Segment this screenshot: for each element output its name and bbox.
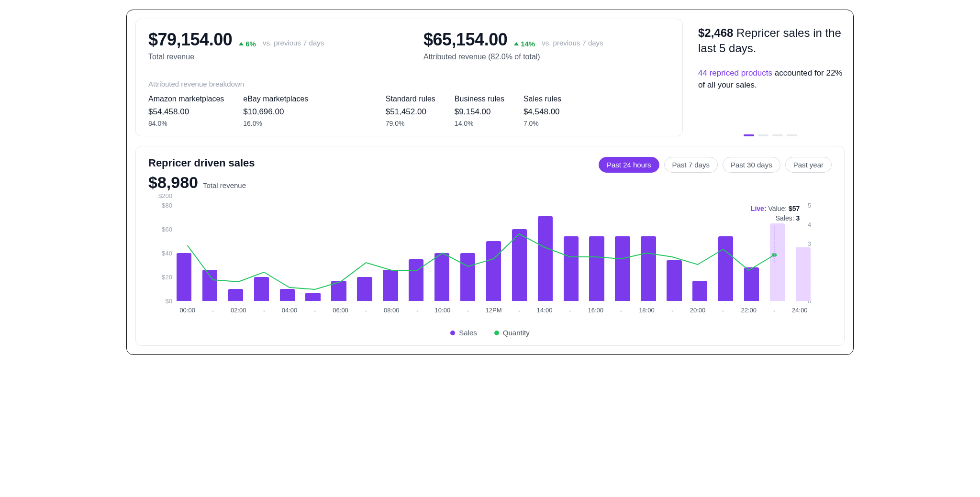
breakdown-title: Attributed revenue breakdown	[148, 80, 670, 88]
top-row: $79,154.00 6% vs. previous 7 days Total …	[135, 19, 845, 136]
x-tick: 14:00	[537, 307, 553, 314]
breakdown-label: Standard rules	[386, 95, 435, 103]
carousel-dot[interactable]	[787, 134, 797, 136]
legend-quantity: Quantity	[494, 329, 530, 337]
breakdown-col: Business rules $9,154.00 14.0%	[455, 95, 504, 127]
breakdown-value: $10,696.00	[243, 107, 308, 117]
breakdown-value: $4,548.00	[523, 107, 561, 117]
x-tick: 20:00	[690, 307, 706, 314]
x-minor-tick	[263, 310, 265, 312]
x-axis: 00:0002:0004:0006:0008:0010:0012PM14:001…	[175, 307, 813, 316]
total-revenue-label: Total revenue	[148, 53, 395, 61]
attributed-revenue-value: $65,154.00	[423, 30, 507, 50]
breakdown-pct: 16.0%	[243, 120, 308, 127]
quantity-line	[175, 205, 813, 301]
total-revenue-compare: vs. previous 7 days	[263, 39, 324, 47]
y-axis-left: $0$20$40$60$80$200	[148, 205, 172, 301]
range-pill[interactable]: Past year	[785, 157, 832, 173]
x-minor-tick	[212, 310, 213, 312]
x-tick: 00:00	[179, 307, 195, 314]
revenue-header: $79,154.00 6% vs. previous 7 days Total …	[148, 30, 670, 70]
chart-revenue: $8,980	[148, 173, 198, 192]
y-left-tick: $0	[166, 298, 172, 305]
chart-header: Repricer driven sales $8,980 Total reven…	[148, 157, 832, 192]
up-triangle-icon	[239, 42, 244, 45]
breakdown-label: Amazon marketplaces	[148, 95, 224, 103]
y-left-tick: $60	[162, 226, 172, 233]
breakdown-col: Sales rules $4,548.00 7.0%	[523, 95, 561, 127]
sales-chart-card: Repricer driven sales $8,980 Total reven…	[135, 146, 845, 346]
range-pill[interactable]: Past 30 days	[723, 157, 780, 173]
breakdown-col: eBay marketplaces $10,696.00 16.0%	[243, 95, 308, 127]
y-left-tick: $200	[158, 192, 172, 199]
x-tick: 16:00	[588, 307, 603, 314]
breakdown-value: $54,458.00	[148, 107, 224, 117]
x-minor-tick	[314, 310, 316, 312]
attributed-revenue-compare: vs. previous 7 days	[542, 39, 603, 47]
attributed-revenue-block: $65,154.00 14% vs. previous 7 days Attri…	[423, 30, 670, 61]
breakdown-label: eBay marketplaces	[243, 95, 308, 103]
range-pill[interactable]: Past 24 hours	[599, 157, 659, 173]
carousel-dots	[698, 120, 843, 136]
range-pill[interactable]: Past 7 days	[664, 157, 718, 173]
legend-swatch-icon	[494, 331, 499, 335]
divider	[148, 72, 670, 72]
x-tick: 04:00	[282, 307, 298, 314]
y-left-tick: $40	[162, 250, 172, 257]
breakdown-pct: 84.0%	[148, 120, 224, 127]
plot-area: Live: Value: $57 Sales: 3	[175, 205, 813, 301]
up-triangle-icon	[514, 42, 519, 45]
x-minor-tick	[365, 310, 367, 312]
x-minor-tick	[621, 310, 622, 312]
y-left-tick: $80	[162, 202, 172, 209]
breakdown-value: $9,154.00	[455, 107, 504, 117]
total-revenue-value: $79,154.00	[148, 30, 232, 50]
total-revenue-delta: 6%	[239, 40, 256, 48]
legend-swatch-icon	[450, 331, 455, 335]
x-tick: 10:00	[435, 307, 451, 314]
x-tick: 02:00	[231, 307, 246, 314]
insight-panel: $2,468 Repricer sales in the last 5 days…	[696, 19, 845, 136]
breakdown-pct: 79.0%	[386, 120, 435, 127]
chart-legend: Sales Quantity	[148, 329, 832, 337]
breakdown-rules: Standard rules $51,452.00 79.0%Business …	[376, 95, 670, 127]
x-minor-tick	[468, 310, 469, 312]
x-tick: 18:00	[639, 307, 655, 314]
breakdown-label: Sales rules	[523, 95, 561, 103]
breakdown-pct: 7.0%	[523, 120, 561, 127]
dashboard-page: $79,154.00 6% vs. previous 7 days Total …	[126, 10, 854, 355]
carousel-dot[interactable]	[758, 134, 768, 136]
live-marker	[774, 226, 775, 263]
breakdown-col: Amazon marketplaces $54,458.00 84.0%	[148, 95, 224, 127]
carousel-dot[interactable]	[772, 134, 783, 136]
repriced-products-link[interactable]: 44 repriced products	[698, 68, 772, 77]
x-minor-tick	[518, 310, 520, 312]
breakdown-pct: 14.0%	[455, 120, 504, 127]
breakdown-marketplaces: Amazon marketplaces $54,458.00 84.0%eBay…	[148, 95, 368, 127]
revenue-card: $79,154.00 6% vs. previous 7 days Total …	[135, 19, 683, 136]
x-tick: 06:00	[333, 307, 348, 314]
x-tick: 08:00	[384, 307, 400, 314]
x-tick: 12PM	[486, 307, 502, 314]
insight-body: 44 repriced products accounted for 22% o…	[698, 67, 843, 91]
breakdown-col: Standard rules $51,452.00 79.0%	[386, 95, 435, 127]
x-minor-tick	[671, 310, 673, 312]
x-tick: 22:00	[741, 307, 757, 314]
range-pills: Past 24 hoursPast 7 daysPast 30 daysPast…	[599, 157, 832, 173]
attributed-revenue-label: Attributed revenue (82.0% of total)	[423, 53, 670, 61]
x-minor-tick	[416, 310, 418, 312]
chart-title-block: Repricer driven sales $8,980 Total reven…	[148, 157, 255, 192]
chart-revenue-label: Total revenue	[203, 181, 246, 189]
chart-title: Repricer driven sales	[148, 157, 255, 169]
total-revenue-block: $79,154.00 6% vs. previous 7 days Total …	[148, 30, 395, 61]
x-minor-tick	[569, 310, 571, 312]
x-tick: 24:00	[792, 307, 808, 314]
breakdown-label: Business rules	[455, 95, 504, 103]
carousel-dot[interactable]	[744, 134, 754, 136]
chart-area: $0$20$40$60$80$200 012345 Live: Value: $…	[148, 205, 832, 325]
legend-sales: Sales	[450, 329, 477, 337]
insight-headline: $2,468 Repricer sales in the last 5 days…	[698, 25, 843, 56]
x-minor-tick	[723, 310, 724, 312]
x-minor-tick	[774, 310, 775, 312]
breakdown-value: $51,452.00	[386, 107, 435, 117]
